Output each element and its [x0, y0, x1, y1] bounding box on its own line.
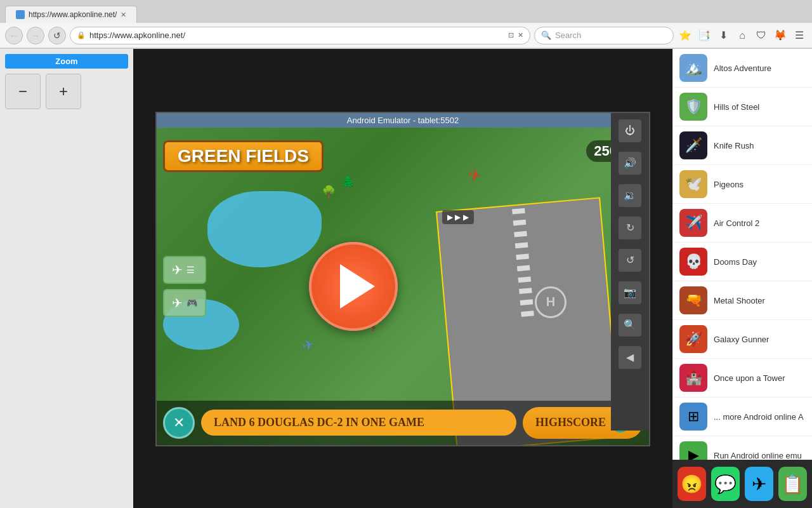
- tree-2: 🌲: [341, 175, 355, 189]
- mission-text: Land 6 Douglas DC-2 in one game: [201, 410, 516, 436]
- zoom-side-button[interactable]: 🔍: [619, 314, 641, 337]
- browser-tab[interactable]: https://www.apkonline.net/ ✕: [5, 6, 137, 23]
- secure-icon: 🔒: [77, 31, 86, 39]
- sidebar-label-altos-adventure: Altos Adventure: [714, 64, 771, 73]
- runway-mark: [513, 219, 527, 225]
- sidebar-label-metal-shooter: Metal Shooter: [714, 296, 765, 305]
- right-sidebar: 🏔️Altos Adventure🛡️Hills of Steel🗡️Knife…: [672, 49, 812, 508]
- sidebar-thumb-metal-shooter: 🔫: [679, 286, 707, 314]
- tab-close-button[interactable]: ✕: [121, 11, 126, 19]
- search-icon: 🔍: [541, 30, 551, 40]
- sidebar-item-air-control-2[interactable]: ✈️Air Control 2: [673, 204, 812, 243]
- controller-plane-icon: ✈: [172, 295, 183, 311]
- game-title: Green Fields: [163, 140, 324, 172]
- taskbar-icon-game4[interactable]: 📋: [778, 467, 807, 501]
- rotate2-icon: ↺: [626, 254, 634, 266]
- gamepad-icon: 🎮: [187, 298, 197, 308]
- volume-up-button[interactable]: 🔊: [619, 152, 641, 175]
- sidebar-label-dooms-day: Dooms Day: [714, 257, 757, 267]
- sidebar-item-more-android[interactable]: ⊞... more Android online A: [673, 398, 812, 436]
- firefox-icon[interactable]: 🦊: [773, 28, 788, 43]
- game-content[interactable]: Green Fields 250 🌳 🌲 🌳: [157, 128, 649, 445]
- back-button[interactable]: ←: [5, 27, 23, 44]
- menu-controller-button[interactable]: ✈ 🎮: [163, 289, 206, 317]
- tab-favicon: [16, 10, 25, 19]
- search-box[interactable]: 🔍 Search: [534, 27, 674, 44]
- sidebar-thumb-galaxy-gunner: 🚀: [679, 325, 707, 353]
- planes-icon: ✈: [172, 262, 183, 277]
- rotate-button[interactable]: ↻: [619, 217, 641, 239]
- runway-mark: [517, 265, 530, 271]
- sidebar-label-once-upon-a-tower: Once upon a Tower: [714, 373, 785, 383]
- emulator-body: Green Fields 250 🌳 🌲 🌳: [157, 128, 649, 445]
- url-text: https://www.apkonline.net/: [89, 30, 504, 40]
- back-side-button[interactable]: ◀: [619, 346, 641, 369]
- shield-icon[interactable]: 🛡: [754, 28, 769, 43]
- taskbar: 😠💬✈📋: [672, 460, 812, 508]
- power-button[interactable]: ⏻: [619, 119, 641, 142]
- emulator-window: Android Emulator - tablet:5502 ─ ✕ Green…: [155, 112, 650, 446]
- toolbar-icons: ⭐ 📑 ⬇ ⌂ 🛡 🦊 ☰: [678, 28, 807, 43]
- menu-planes-button[interactable]: ✈ ☰: [163, 256, 206, 284]
- sidebar-item-dooms-day[interactable]: 💀Dooms Day: [673, 243, 812, 281]
- runway-mark: [519, 288, 532, 294]
- ff-icon: ▶ ▶ ▶: [447, 213, 469, 222]
- zoom-in-button[interactable]: +: [46, 74, 81, 109]
- zoom-icon: 🔍: [624, 319, 636, 331]
- bookmark-star-icon[interactable]: ⭐: [678, 28, 693, 43]
- taskbar-icon-angry-birds[interactable]: 😠: [678, 467, 706, 501]
- zoom-out-icon: −: [18, 83, 27, 100]
- screenshot-icon: 📷: [624, 286, 636, 298]
- zoom-out-button[interactable]: −: [5, 74, 41, 109]
- reload-icon: ↺: [53, 30, 61, 41]
- sidebar-item-once-upon-a-tower[interactable]: 🏰Once upon a Tower: [673, 359, 812, 398]
- runway-mark: [515, 242, 528, 248]
- browser-chrome: https://www.apkonline.net/ ✕ ← → ↺ 🔒 htt…: [0, 0, 812, 49]
- main-area: Zoom − + Android Emulator - tablet:5502 …: [0, 49, 812, 508]
- screenshot-button[interactable]: 📷: [619, 281, 641, 304]
- planes-list-icon: ☰: [187, 265, 195, 275]
- runway-mark: [518, 276, 532, 283]
- reader-icon: ⊡: [508, 31, 514, 39]
- volume-down-button[interactable]: 🔉: [619, 184, 641, 207]
- sidebar-item-metal-shooter[interactable]: 🔫Metal Shooter: [673, 281, 812, 320]
- airplane-2: ✈: [301, 336, 316, 355]
- volume-down-icon: 🔉: [624, 189, 636, 201]
- zoom-label: Zoom: [5, 54, 128, 69]
- sidebar-label-hills-of-steel: Hills of Steel: [714, 102, 759, 112]
- home-icon[interactable]: ⌂: [735, 28, 750, 43]
- sidebar-item-pigeons[interactable]: 🕊️Pigeons: [673, 165, 812, 204]
- sidebar-item-knife-rush[interactable]: 🗡️Knife Rush: [673, 126, 812, 165]
- tab-label: https://www.apkonline.net/: [29, 10, 117, 19]
- back-icon: ←: [10, 30, 18, 41]
- sidebar-label-air-control-2: Air Control 2: [714, 218, 759, 228]
- sidebar-thumb-knife-rush: 🗡️: [679, 131, 707, 159]
- forward-icon: →: [31, 30, 40, 41]
- mission-icon: ✕: [163, 407, 195, 439]
- sidebar-item-hills-of-steel[interactable]: 🛡️Hills of Steel: [673, 88, 812, 126]
- left-menu: ✈ ☰ ✈ 🎮: [163, 256, 206, 317]
- reload-button[interactable]: ↺: [48, 27, 66, 44]
- runway-mark: [521, 311, 534, 317]
- sidebar-item-altos-adventure[interactable]: 🏔️Altos Adventure: [673, 49, 812, 88]
- download-icon[interactable]: ⬇: [716, 28, 731, 43]
- water-pond-1: [207, 191, 322, 267]
- ff-buttons[interactable]: ▶ ▶ ▶: [442, 210, 474, 224]
- sidebar-label-run-android: Run Android online emu: [714, 451, 802, 460]
- forward-button[interactable]: →: [27, 27, 44, 44]
- menu-icon[interactable]: ☰: [792, 28, 807, 43]
- sidebar-thumb-once-upon-a-tower: 🏰: [679, 364, 707, 392]
- taskbar-icon-whatsapp[interactable]: 💬: [711, 467, 740, 501]
- runway-mark: [520, 299, 534, 305]
- rotate2-button[interactable]: ↺: [619, 249, 641, 272]
- address-bar[interactable]: 🔒 https://www.apkonline.net/ ⊡ ✕: [70, 27, 530, 44]
- bookmarks-icon[interactable]: 📑: [697, 28, 712, 43]
- taskbar-icon-telegram[interactable]: ✈: [745, 467, 773, 501]
- sidebar-item-galaxy-gunner[interactable]: 🚀Galaxy Gunner: [673, 320, 812, 359]
- play-button[interactable]: [309, 242, 398, 331]
- power-icon: ⏻: [625, 125, 635, 137]
- sidebar-label-pigeons: Pigeons: [714, 180, 743, 189]
- game-area: Android Emulator - tablet:5502 ─ ✕ Green…: [133, 49, 672, 508]
- h-marker: H: [535, 286, 566, 318]
- close-tab-icon[interactable]: ✕: [518, 31, 523, 39]
